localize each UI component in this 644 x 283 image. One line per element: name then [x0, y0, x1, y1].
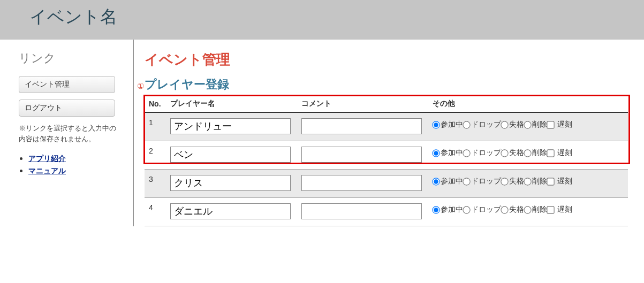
status-radio-active[interactable] [432, 178, 440, 185]
status-radio-dq[interactable] [501, 149, 508, 157]
status-option-drop[interactable]: ドロップ [463, 148, 501, 157]
status-cell: 参加中ドロップ失格削除 遅刻 [428, 170, 628, 198]
row-number: 2 [145, 141, 166, 170]
status-radio-dq[interactable] [501, 178, 508, 185]
sidebar-heading: リンク [19, 50, 133, 66]
status-radio-active[interactable] [432, 206, 440, 213]
player-table-wrap: No. プレイヤー名 コメント その他 1参加中ドロップ失格削除 遅刻2参加中ド… [145, 96, 628, 226]
manual-link[interactable]: マニュアル [28, 166, 66, 175]
status-option-drop[interactable]: ドロップ [463, 205, 501, 213]
late-option[interactable]: 遅刻 [547, 205, 572, 213]
section-title: プレイヤー登録 [145, 77, 628, 93]
status-option-delete[interactable]: 削除 [524, 177, 547, 185]
comment-input[interactable] [301, 118, 422, 134]
comment-input[interactable] [301, 175, 422, 191]
status-option-dq[interactable]: 失格 [501, 205, 524, 213]
late-checkbox[interactable] [547, 178, 554, 185]
row-number: 1 [145, 112, 166, 141]
status-option-delete[interactable]: 削除 [524, 148, 547, 157]
status-option-delete[interactable]: 削除 [524, 205, 547, 213]
status-option-dq[interactable]: 失格 [501, 120, 524, 128]
table-row: 2参加中ドロップ失格削除 遅刻 [145, 141, 628, 170]
late-checkbox[interactable] [547, 206, 554, 213]
row-number: 3 [145, 170, 166, 198]
status-option-dq[interactable]: 失格 [501, 148, 524, 157]
late-option[interactable]: 遅刻 [547, 120, 572, 128]
col-name-header: プレイヤー名 [166, 96, 297, 112]
late-option[interactable]: 遅刻 [547, 177, 572, 185]
main-content: イベント管理 プレイヤー登録 ① No. プレイヤー名 コメント その他 1参加… [134, 40, 644, 226]
event-management-button[interactable]: イベント管理 [19, 76, 115, 93]
app-intro-link[interactable]: アプリ紹介 [28, 154, 66, 163]
status-option-drop[interactable]: ドロップ [463, 177, 501, 185]
header-title: イベント名 [29, 5, 644, 29]
status-radio-delete[interactable] [524, 178, 531, 185]
status-radio-delete[interactable] [524, 206, 531, 213]
status-radio-delete[interactable] [524, 121, 531, 128]
page-title: イベント管理 [145, 50, 628, 69]
player-name-input[interactable] [170, 147, 291, 163]
status-option-active[interactable]: 参加中 [433, 177, 463, 185]
status-radio-dq[interactable] [501, 121, 508, 128]
status-option-delete[interactable]: 削除 [524, 120, 547, 128]
col-comment-header: コメント [297, 96, 428, 112]
player-name-input[interactable] [170, 118, 291, 134]
status-radio-delete[interactable] [524, 149, 531, 157]
status-cell: 参加中ドロップ失格削除 遅刻 [428, 198, 628, 226]
table-row: 1参加中ドロップ失格削除 遅刻 [145, 112, 628, 141]
table-row: 4参加中ドロップ失格削除 遅刻 [145, 198, 628, 226]
status-option-active[interactable]: 参加中 [433, 148, 463, 157]
col-no-header: No. [145, 96, 166, 112]
status-radio-active[interactable] [432, 121, 440, 128]
status-radio-drop[interactable] [463, 149, 470, 157]
comment-input[interactable] [301, 147, 422, 163]
table-row: 3参加中ドロップ失格削除 遅刻 [145, 170, 628, 198]
late-option[interactable]: 遅刻 [547, 148, 572, 157]
late-checkbox[interactable] [547, 149, 554, 157]
sidebar: リンク イベント管理 ログアウト ※リンクを選択すると入力中の内容は保存されませ… [0, 40, 134, 226]
comment-input[interactable] [301, 203, 422, 219]
status-radio-dq[interactable] [501, 206, 508, 213]
status-cell: 参加中ドロップ失格削除 遅刻 [428, 141, 628, 170]
status-option-active[interactable]: 参加中 [433, 120, 463, 128]
status-option-active[interactable]: 参加中 [433, 205, 463, 213]
col-other-header: その他 [428, 96, 628, 112]
status-radio-drop[interactable] [463, 206, 470, 213]
status-option-drop[interactable]: ドロップ [463, 120, 501, 128]
player-name-input[interactable] [170, 175, 291, 191]
sidebar-links: アプリ紹介 マニュアル [19, 154, 133, 176]
sidebar-note: ※リンクを選択すると入力中の内容は保存されません。 [19, 123, 118, 144]
player-table: No. プレイヤー名 コメント その他 1参加中ドロップ失格削除 遅刻2参加中ド… [145, 96, 628, 226]
status-cell: 参加中ドロップ失格削除 遅刻 [428, 112, 628, 141]
late-checkbox[interactable] [547, 121, 554, 128]
callout-marker-1: ① [137, 81, 144, 91]
status-radio-drop[interactable] [463, 121, 470, 128]
status-radio-active[interactable] [432, 149, 440, 157]
status-option-dq[interactable]: 失格 [501, 177, 524, 185]
status-radio-drop[interactable] [463, 178, 470, 185]
header-bar: イベント名 [0, 0, 644, 40]
row-number: 4 [145, 198, 166, 226]
player-name-input[interactable] [170, 203, 291, 219]
logout-button[interactable]: ログアウト [19, 100, 115, 117]
